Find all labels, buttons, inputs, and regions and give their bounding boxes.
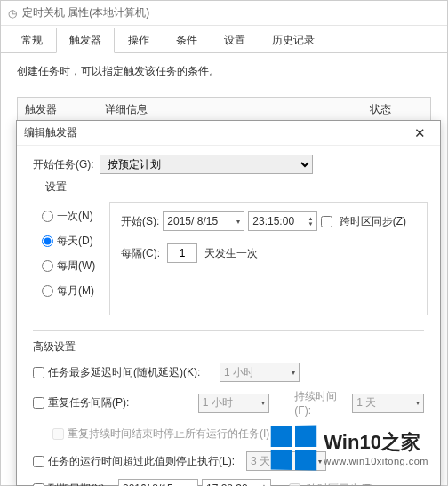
tab-triggers[interactable]: 触发器	[56, 28, 115, 53]
delay-checkbox-label[interactable]: 任务最多延迟时间(随机延迟)(K):	[33, 365, 220, 380]
stop-after-row: 任务的运行时间超过此值则停止执行(L): 3 天 ▾	[33, 450, 424, 472]
repeat-row: 重复任务间隔(P): 1 小时 ▾ 持续时间(F): 1 天 ▾	[33, 389, 424, 417]
instruction-text: 创建任务时，可以指定触发该任务的条件。	[17, 64, 431, 79]
parent-titlebar: ◷ 定时关机 属性(本地计算机)	[1, 1, 447, 26]
divider	[33, 330, 424, 331]
tab-bar: 常规 触发器 操作 条件 设置 历史记录	[1, 26, 447, 53]
frequency-radios: 一次(N) 每天(D) 每周(W) 每月(M)	[29, 202, 109, 315]
begin-task-label: 开始任务(G):	[33, 157, 94, 172]
chevron-down-icon: ▾	[261, 399, 265, 407]
modal-title: 编辑触发器	[24, 125, 77, 140]
start-label: 开始(S):	[121, 214, 159, 229]
schedule-box: 一次(N) 每天(D) 每周(W) 每月(M) 开始(S): 2015/ 8/1…	[29, 202, 428, 315]
header-trigger[interactable]: 触发器	[25, 102, 105, 117]
expire-time-picker[interactable]: 17:28:32 ▲▼	[202, 479, 271, 486]
duration-label: 持续时间(F):	[294, 389, 347, 417]
delay-checkbox[interactable]	[33, 367, 44, 378]
radio-monthly-input[interactable]	[42, 285, 53, 297]
clock-icon: ◷	[8, 7, 17, 20]
begin-task-select[interactable]: 按预定计划	[100, 155, 313, 174]
header-detail[interactable]: 详细信息	[105, 102, 370, 117]
stop-after-combo[interactable]: 3 天 ▾	[246, 451, 326, 471]
expire-checkbox[interactable]	[33, 483, 44, 487]
schedule-detail-box: 开始(S): 2015/ 8/15 ▾ 23:15:00 ▲▼ 跨时区同步(Z)	[109, 202, 428, 315]
recur-suffix: 天发生一次	[204, 246, 258, 261]
chevron-down-icon: ▾	[318, 458, 322, 466]
radio-once[interactable]: 一次(N)	[42, 209, 106, 224]
expire-sync-label: 跨时区同步(E)	[289, 482, 374, 487]
tab-actions[interactable]: 操作	[115, 28, 163, 53]
duration-combo[interactable]: 1 天 ▾	[352, 394, 424, 413]
tab-history[interactable]: 历史记录	[259, 28, 328, 53]
delay-row: 任务最多延迟时间(随机延迟)(K): 1 小时 ▾	[33, 362, 424, 383]
advanced-label: 高级设置	[33, 339, 424, 355]
sync-tz-checkbox[interactable]	[321, 216, 332, 227]
radio-weekly[interactable]: 每周(W)	[42, 259, 106, 274]
recur-label: 每隔(C):	[121, 246, 160, 261]
sync-tz-label[interactable]: 跨时区同步(Z)	[321, 214, 406, 229]
settings-label: 设置	[45, 179, 424, 195]
close-button[interactable]: ✕	[407, 123, 433, 143]
radio-daily-input[interactable]	[42, 235, 53, 247]
time-spinner[interactable]: ▲▼	[308, 216, 313, 227]
expire-checkbox-label[interactable]: 到期日期(X):	[33, 482, 118, 487]
edit-trigger-dialog: 编辑触发器 ✕ 开始任务(G): 按预定计划 设置 一次(N) 每天(D) 每周…	[16, 120, 441, 486]
start-date-picker[interactable]: 2015/ 8/15 ▾	[163, 211, 244, 231]
radio-once-input[interactable]	[42, 211, 53, 222]
header-status[interactable]: 状态	[370, 102, 423, 117]
stop-on-end-label: 重复持续时间结束时停止所有运行的任务(I)	[33, 426, 269, 442]
repeat-checkbox-label[interactable]: 重复任务间隔(P):	[33, 395, 198, 410]
parent-title: 定时关机 属性(本地计算机)	[22, 5, 149, 20]
modal-body: 开始任务(G): 按预定计划 设置 一次(N) 每天(D) 每周(W) 每月(M…	[17, 146, 440, 486]
chevron-down-icon: ▾	[416, 399, 420, 407]
expire-date-picker[interactable]: 2016/ 8/15 ▾	[118, 479, 198, 486]
tab-general[interactable]: 常规	[8, 28, 56, 53]
stop-on-end-row: 重复持续时间结束时停止所有运行的任务(I)	[33, 423, 424, 444]
date-dropdown-icon[interactable]: ▾	[236, 218, 240, 226]
recur-row: 每隔(C): 天发生一次	[121, 243, 416, 263]
repeat-combo[interactable]: 1 小时 ▾	[198, 394, 270, 413]
table-header-row: 触发器 详细信息 状态	[18, 98, 430, 123]
modal-titlebar: 编辑触发器 ✕	[17, 121, 440, 146]
radio-weekly-input[interactable]	[42, 260, 53, 272]
radio-daily[interactable]: 每天(D)	[42, 234, 106, 249]
begin-task-row: 开始任务(G): 按预定计划	[33, 155, 424, 174]
recur-days-input[interactable]	[167, 243, 197, 263]
start-time-picker[interactable]: 23:15:00 ▲▼	[248, 211, 317, 231]
stop-after-checkbox[interactable]	[33, 456, 44, 467]
start-row: 开始(S): 2015/ 8/15 ▾ 23:15:00 ▲▼ 跨时区同步(Z)	[121, 211, 416, 231]
repeat-checkbox[interactable]	[33, 397, 44, 409]
stop-on-end-checkbox	[52, 428, 64, 440]
tab-settings[interactable]: 设置	[211, 28, 259, 53]
stop-after-label[interactable]: 任务的运行时间超过此值则停止执行(L):	[33, 454, 246, 469]
tab-conditions[interactable]: 条件	[163, 28, 211, 53]
radio-monthly[interactable]: 每月(M)	[42, 283, 106, 299]
delay-combo[interactable]: 1 小时 ▾	[220, 363, 300, 382]
expire-row: 到期日期(X): 2016/ 8/15 ▾ 17:28:32 ▲▼ 跨时区同步(…	[33, 478, 424, 486]
chevron-down-icon: ▾	[292, 369, 295, 377]
